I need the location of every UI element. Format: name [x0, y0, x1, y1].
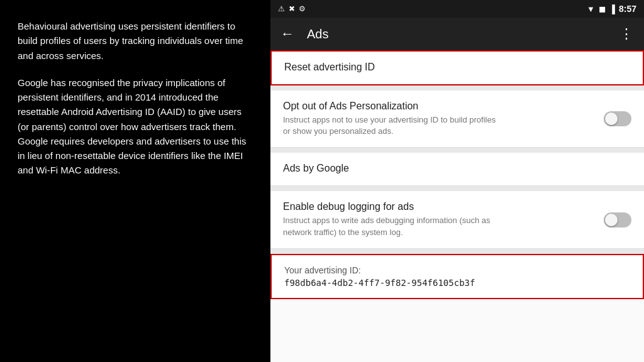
top-app-bar: ← Ads ⋮	[270, 18, 644, 50]
signal-icon: ◼	[599, 4, 606, 14]
left-paragraph-2: Google has recognised the privacy implic…	[18, 75, 253, 178]
divider-4	[270, 249, 644, 254]
advertising-id-box: Your advertising ID: f98db6a4-4db2-4ff7-…	[270, 254, 644, 299]
debug-logging-text: Enable debug logging for ads Instruct ap…	[283, 201, 497, 238]
opt-out-subtitle: Instruct apps not to use your advertisin…	[283, 114, 497, 137]
opt-out-item[interactable]: Opt out of Ads Personalization Instruct …	[270, 90, 644, 148]
debug-logging-item[interactable]: Enable debug logging for ads Instruct ap…	[270, 191, 644, 248]
right-panel: ⚠ ✖ ⚙ ▼ ◼ ▐ 8:57 ← Ads ⋮ Reset advertisi…	[270, 0, 644, 362]
reset-ad-id-label: Reset advertising ID	[284, 62, 630, 73]
page-title: Ads	[307, 27, 619, 41]
debug-logging-toggle[interactable]	[604, 212, 631, 228]
opt-out-title: Opt out of Ads Personalization	[283, 101, 497, 112]
battery-icon: ▐	[609, 4, 615, 14]
status-bar: ⚠ ✖ ⚙ ▼ ◼ ▐ 8:57	[270, 0, 644, 18]
reset-ad-id-item[interactable]: Reset advertising ID	[270, 50, 644, 85]
debug-logging-title: Enable debug logging for ads	[283, 201, 497, 212]
opt-out-text: Opt out of Ads Personalization Instruct …	[283, 101, 497, 137]
back-button[interactable]: ←	[280, 26, 294, 42]
debug-logging-row: Enable debug logging for ads Instruct ap…	[283, 201, 631, 238]
ads-by-google-label: Ads by Google	[283, 163, 631, 174]
content-area: Reset advertising ID Opt out of Ads Pers…	[270, 50, 644, 362]
overflow-menu-button[interactable]: ⋮	[619, 26, 634, 42]
debug-logging-subtitle: Instruct apps to write ads debugging inf…	[283, 215, 497, 238]
divider-1	[270, 85, 644, 90]
warning-icon: ⚠	[278, 4, 285, 13]
wifi-icon: ▼	[587, 4, 595, 14]
divider-2	[270, 148, 644, 153]
divider-3	[270, 186, 644, 191]
camera-icon: ⚙	[299, 4, 306, 13]
status-bar-right-icons: ▼ ◼ ▐ 8:57	[587, 4, 636, 14]
time-display: 8:57	[619, 4, 636, 14]
status-bar-left-icons: ⚠ ✖ ⚙	[278, 4, 306, 13]
advertising-id-label: Your advertising ID:	[284, 265, 630, 275]
left-panel: Behavioural advertising uses persistent …	[0, 0, 270, 362]
opt-out-toggle[interactable]	[604, 111, 631, 126]
advertising-id-value: f98db6a4-4db2-4ff7-9f82-954f6105cb3f	[284, 278, 630, 288]
opt-out-row: Opt out of Ads Personalization Instruct …	[283, 101, 631, 137]
ads-by-google-item[interactable]: Ads by Google	[270, 153, 644, 186]
cross-icon: ✖	[289, 4, 295, 13]
left-paragraph-1: Behavioural advertising uses persistent …	[18, 19, 253, 63]
